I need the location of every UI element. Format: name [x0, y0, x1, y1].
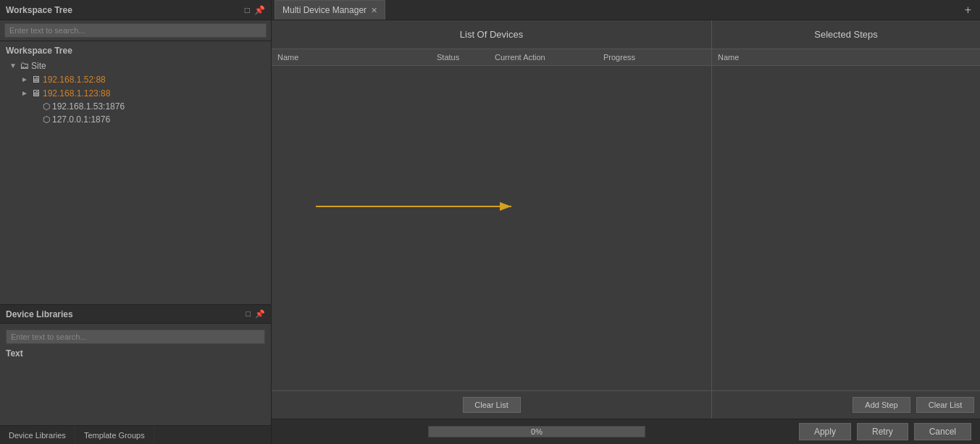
add-tab-button[interactable]: + [959, 4, 977, 17]
clear-list-button-2[interactable]: Clear List [916, 397, 974, 413]
device-icon-1: 🖥 [31, 74, 41, 85]
tree-text-device3: 192.168.1.53:1876 [52, 101, 125, 112]
device-lib-text-label: Text [6, 347, 265, 361]
tab-area: Multi Device Manager ✕ + [272, 0, 980, 20]
list-of-devices-title: List Of Devices [272, 20, 712, 49]
tab-device-libraries-label: Device Libraries [9, 431, 66, 440]
clear-list-button-1[interactable]: Clear List [463, 397, 521, 413]
selected-steps-title: Selected Steps [712, 20, 980, 49]
main-content: Workspace Tree ▼ 🗂 Site ► 🖥 192.168.1.52… [0, 20, 980, 444]
device-icon-3: ⬡ [43, 101, 50, 112]
th-status: Status [431, 51, 489, 63]
workspace-search-box [0, 20, 271, 41]
tree-text-site: Site [31, 61, 46, 71]
device-libraries-title: Device Libraries [6, 309, 73, 319]
th-name: Name [272, 51, 431, 63]
pin-dl-icon[interactable]: 📌 [255, 309, 265, 319]
minimize-icon[interactable]: □ [245, 5, 250, 15]
device-icon-2: 🖥 [31, 88, 41, 99]
tree-text-device1: 192.168.1.52:88 [43, 75, 106, 85]
steps-table-header: Name [712, 49, 980, 66]
tab-device-libraries[interactable]: Device Libraries [0, 426, 75, 444]
workspace-tree-content: Workspace Tree ▼ 🗂 Site ► 🖥 192.168.1.52… [0, 41, 271, 304]
tree-text-device4: 127.0.0.1:1876 [52, 114, 110, 125]
mdm-header: List Of Devices Selected Steps [272, 20, 980, 49]
pin-icon[interactable]: 📌 [254, 5, 265, 15]
device-libraries-section: Device Libraries □ 📌 Text [0, 305, 271, 425]
th-progress: Progress [598, 51, 711, 63]
tree-item-site[interactable]: ▼ 🗂 Site [0, 59, 271, 72]
workspace-tree-header-title: Workspace Tree [6, 5, 72, 15]
device-libraries-header-icons: □ 📌 [246, 309, 265, 319]
right-panel: List Of Devices Selected Steps Name Stat… [272, 20, 980, 444]
tree-toggle-site: ▼ [9, 62, 17, 70]
left-panel: Workspace Tree ▼ 🗂 Site ► 🖥 192.168.1.52… [0, 20, 272, 444]
cancel-button[interactable]: Cancel [914, 423, 971, 440]
tree-item-device4[interactable]: ⬡ 127.0.0.1:1876 [0, 113, 271, 126]
steps-th-name: Name [712, 51, 745, 63]
folder-icon: 🗂 [20, 60, 29, 71]
tab-multi-device-manager[interactable]: Multi Device Manager ✕ [275, 0, 385, 20]
tree-toggle-device2: ► [20, 89, 29, 97]
devices-table-body [272, 66, 711, 390]
devices-table-header: Name Status Current Action Progress [272, 49, 711, 66]
steps-panel: Name Add Step Clear List [712, 49, 980, 419]
retry-button[interactable]: Retry [857, 423, 908, 440]
tree-item-device1[interactable]: ► 🖥 192.168.1.52:88 [0, 72, 271, 86]
progress-area: 0% Apply Retry Cancel [272, 419, 980, 444]
minimize-dl-icon[interactable]: □ [246, 309, 251, 319]
progress-label: 0% [531, 427, 543, 436]
bottom-tabs: Device Libraries Template Groups [0, 425, 271, 444]
tab-template-groups[interactable]: Template Groups [75, 426, 154, 444]
tab-template-groups-label: Template Groups [84, 431, 145, 440]
tree-text-device2: 192.168.1.123:88 [43, 88, 110, 99]
th-current-action: Current Action [489, 51, 598, 63]
action-buttons: Apply Retry Cancel [799, 423, 971, 440]
progress-bar-container: 0% [428, 426, 645, 437]
device-lib-search-area [6, 327, 265, 347]
workspace-search-input[interactable] [4, 23, 267, 38]
steps-footer: Add Step Clear List [712, 390, 980, 419]
tab-close-icon[interactable]: ✕ [371, 6, 377, 15]
workspace-tree-header-area: Workspace Tree □ 📌 [0, 0, 272, 20]
device-libraries-header: Device Libraries □ 📌 [0, 305, 271, 324]
device-lib-search-input[interactable] [6, 330, 265, 344]
tree-toggle-device1: ► [20, 75, 29, 83]
device-icon-4: ⬡ [43, 114, 50, 125]
device-libraries-content: Text [0, 324, 271, 425]
tab-label: Multi Device Manager [282, 5, 367, 15]
add-step-button[interactable]: Add Step [853, 397, 910, 413]
steps-table-body [712, 66, 980, 390]
top-bar: Workspace Tree □ 📌 Multi Device Manager … [0, 0, 980, 20]
tree-item-device2[interactable]: ► 🖥 192.168.1.123:88 [0, 86, 271, 100]
workspace-tree-label: Workspace Tree [0, 44, 271, 59]
devices-footer: Clear List [272, 390, 711, 419]
tree-item-device3[interactable]: ⬡ 192.168.1.53:1876 [0, 100, 271, 113]
apply-button[interactable]: Apply [799, 423, 851, 440]
drag-arrow [316, 196, 519, 217]
mdm-body: Name Status Current Action Progress [272, 49, 980, 419]
devices-table-area: Name Status Current Action Progress [272, 49, 712, 419]
